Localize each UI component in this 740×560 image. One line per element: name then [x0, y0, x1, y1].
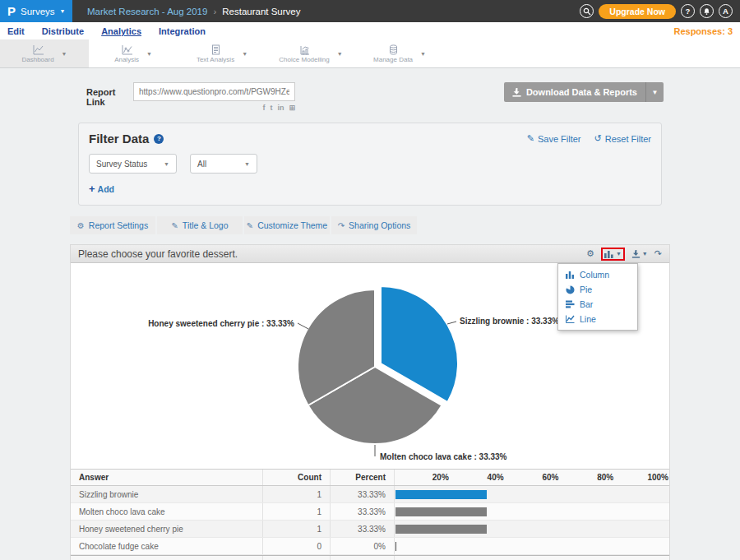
tab-label: Sharing Options [349, 220, 410, 230]
upgrade-now-button[interactable]: Upgrade Now [599, 4, 676, 19]
chart-header: Please choose your favorite dessert. ⚙ ▼… [71, 245, 669, 263]
tab-title-logo[interactable]: ✎ Title & Logo [157, 216, 243, 234]
breadcrumb-separator: › [213, 7, 216, 16]
download-options-caret[interactable]: ▼ [645, 82, 664, 102]
share-icon: ↷ [654, 248, 662, 259]
cell-answer: Sizzling brownie [71, 486, 262, 502]
linkedin-icon[interactable]: in [277, 104, 284, 112]
nav-item-distribute[interactable]: Distribute [42, 26, 84, 36]
cell-percent: 33.33% [330, 486, 394, 502]
breadcrumb-current: Restaurant Survey [222, 7, 300, 16]
bar-track [395, 490, 669, 499]
tab-label: Customize Theme [257, 220, 327, 230]
toolbar-item-text-analysis[interactable]: Text Analysis ▼ [178, 39, 266, 67]
gear-icon: ⚙ [77, 221, 85, 230]
toolbar-item-dashboard[interactable]: Dashboard ▼ [0, 39, 89, 67]
toolbar-item-choice-modelling[interactable]: Choice Modelling ▼ [266, 39, 355, 67]
chart-download-button[interactable]: ▼ [631, 250, 648, 258]
topbar-actions: Upgrade Now ? A [580, 0, 740, 22]
embed-icon[interactable]: ⊞ [289, 104, 295, 112]
results-table: Answer Count Percent 20% 40% 60% 80% 100… [71, 469, 669, 560]
notifications-button[interactable] [700, 4, 714, 18]
tab-sharing-options[interactable]: ↷ Sharing Options [331, 216, 417, 234]
chevron-down-icon[interactable]: ▼ [242, 51, 247, 57]
breadcrumb-parent[interactable]: Market Research - Aug 2019 [87, 7, 207, 16]
chart-share-button[interactable]: ↷ [654, 248, 662, 259]
chevron-down-icon[interactable]: ▼ [420, 51, 426, 57]
cell-answer: Molten choco lava cake [71, 503, 262, 520]
search-icon [583, 7, 591, 16]
main-area: Report Link f t in ⊞ Download Data & Rep… [0, 68, 740, 560]
header-answer: Answer [71, 470, 262, 485]
report-settings-tabs: ⚙ Report Settings ✎ Title & Logo ✎ Custo… [70, 216, 670, 234]
filter-value-select[interactable]: All ▼ [190, 154, 257, 174]
responses-count[interactable]: Responses: 3 [673, 26, 733, 36]
chevron-down-icon: ▼ [60, 8, 66, 14]
chart-type-button[interactable]: ▼ [604, 250, 622, 258]
edit-icon: ✎ [247, 221, 253, 230]
product-label: Surveys [21, 7, 55, 16]
report-link-input[interactable] [133, 82, 295, 101]
download-icon [512, 88, 521, 97]
facebook-icon[interactable]: f [262, 104, 265, 112]
avatar[interactable]: A [719, 4, 733, 18]
chart-settings-button[interactable]: ⚙ [586, 248, 594, 259]
bar-track [395, 507, 669, 516]
total-label: Total [71, 556, 262, 560]
twitter-icon[interactable]: t [270, 104, 272, 112]
cell-percent: 33.33% [330, 503, 394, 520]
percent-bar [395, 490, 487, 499]
cell-count: 1 [262, 486, 330, 502]
manage-data-icon [387, 44, 400, 55]
percent-bar [395, 525, 487, 534]
survey-nav: Edit Distribute Analytics Integration Re… [0, 22, 740, 39]
line-chart-icon [566, 315, 575, 323]
toolbar-item-analysis[interactable]: Analysis ▼ [89, 39, 178, 67]
cell-count: 1 [262, 521, 330, 537]
help-button[interactable]: ? [681, 4, 695, 18]
chevron-down-icon[interactable]: ▼ [62, 51, 67, 57]
cell-percent: 33.33% [330, 521, 394, 537]
edit-icon: ✎ [171, 221, 178, 230]
axis-label: 20% [395, 473, 450, 482]
bell-icon [702, 7, 711, 16]
bar-track [395, 542, 669, 551]
menu-item-pie[interactable]: Pie [558, 282, 637, 297]
menu-item-bar[interactable]: Bar [558, 297, 637, 312]
surveys-menu[interactable]: P Surveys ▼ [0, 0, 72, 22]
tab-label: Report Settings [89, 220, 148, 230]
search-button[interactable] [580, 4, 594, 18]
nav-item-analytics[interactable]: Analytics [101, 26, 141, 36]
total-bar-area [394, 556, 669, 560]
menu-item-label: Line [580, 314, 596, 324]
nav-item-integration[interactable]: Integration [159, 26, 206, 36]
filter-help-icon[interactable]: ? [154, 134, 164, 144]
cell-answer: Chocolate fudge cake [71, 538, 262, 554]
filter-field-select[interactable]: Survey Status ▼ [89, 154, 177, 174]
add-filter-button[interactable]: + Add [89, 183, 125, 195]
choice-modelling-icon [298, 44, 311, 55]
toolbar-item-manage-data[interactable]: Manage Data ▼ [355, 39, 444, 67]
filter-data-title: Filter Data [89, 132, 149, 146]
tab-customize-theme[interactable]: ✎ Customize Theme [244, 216, 330, 234]
chevron-down-icon[interactable]: ▼ [146, 51, 152, 57]
leader-line [298, 323, 308, 329]
nav-item-edit[interactable]: Edit [7, 26, 25, 36]
bar-axis: 20% 40% 60% 80% 100% [394, 470, 669, 485]
chevron-down-icon[interactable]: ▼ [337, 51, 343, 57]
tab-report-settings[interactable]: ⚙ Report Settings [70, 216, 155, 234]
cell-count: 1 [262, 503, 330, 520]
reset-filter-button[interactable]: ↺ Reset Filter [594, 133, 651, 144]
download-data-reports-button[interactable]: Download Data & Reports [504, 82, 645, 102]
axis-label: 60% [505, 473, 560, 482]
save-filter-button[interactable]: ✎ Save Filter [527, 133, 581, 144]
toolbar-item-label: Choice Modelling [279, 56, 329, 63]
text-analysis-icon [210, 44, 222, 55]
bar-chart-icon [604, 250, 614, 258]
menu-item-line[interactable]: Line [558, 312, 637, 326]
header-count: Count [262, 470, 330, 485]
cell-answer: Honey sweetened cherry pie [71, 521, 262, 537]
menu-item-column[interactable]: Column [558, 267, 637, 282]
share-icon: ↷ [338, 221, 345, 230]
topbar: P Surveys ▼ Market Research - Aug 2019 ›… [0, 0, 740, 22]
